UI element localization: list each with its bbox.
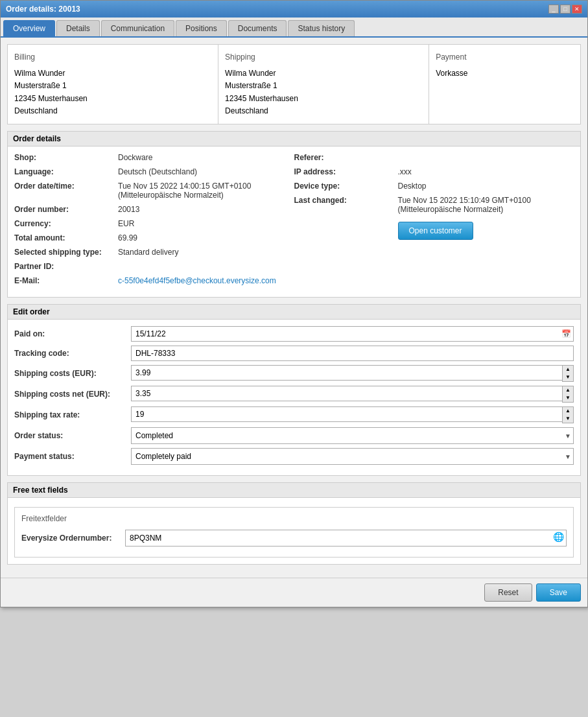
device-value: Desktop bbox=[398, 182, 427, 191]
footer: Reset Save bbox=[1, 578, 587, 607]
minimize-button[interactable]: _ bbox=[548, 5, 559, 14]
shipping-type-value: Standard delivery bbox=[118, 248, 178, 257]
payment-method: Vorkasse bbox=[436, 67, 574, 80]
referer-row: Referer: bbox=[294, 153, 574, 162]
billing-cell: Billing Wilma Wunder Musterstraße 1 1234… bbox=[8, 45, 218, 124]
shipping-tax-spinner: ▲ ▼ bbox=[131, 406, 574, 423]
shipping-costs-net-up-button[interactable]: ▲ bbox=[563, 386, 573, 394]
paid-on-label: Paid on: bbox=[14, 329, 131, 338]
shipping-zip-city: 12345 Musterhausen bbox=[225, 93, 422, 105]
shipping-costs-net-row: Shipping costs net (EUR): ▲ ▼ bbox=[14, 386, 574, 403]
order-status-select[interactable]: Completed bbox=[131, 427, 574, 444]
currency-value: EUR bbox=[118, 219, 134, 228]
order-number-value: 20013 bbox=[118, 205, 139, 214]
tab-bar: Overview Details Communication Positions… bbox=[1, 18, 587, 38]
shipping-costs-net-label: Shipping costs net (EUR): bbox=[14, 390, 131, 399]
everysize-input-wrap: 🌐 bbox=[125, 530, 567, 547]
shipping-tax-input[interactable] bbox=[131, 406, 562, 422]
language-row: Language: Deutsch (Deutschland) bbox=[14, 167, 294, 176]
order-status-label: Order status: bbox=[14, 431, 131, 440]
currency-row: Currency: EUR bbox=[14, 219, 294, 228]
order-date-row: Order date/time: Tue Nov 15 2022 14:00:1… bbox=[14, 182, 294, 200]
tab-overview[interactable]: Overview bbox=[3, 20, 55, 36]
open-customer-row: Open customer bbox=[294, 219, 574, 240]
payment-title: Payment bbox=[436, 51, 574, 64]
shipping-costs-net-down-button[interactable]: ▼ bbox=[563, 394, 573, 402]
shipping-tax-down-button[interactable]: ▼ bbox=[563, 415, 573, 423]
email-value: c-55f0e4efd4f5efbe@checkout.everysize.co… bbox=[118, 276, 276, 285]
order-status-select-wrap: Completed ▼ bbox=[131, 427, 574, 444]
paid-on-row: Paid on: 📅 bbox=[14, 326, 574, 342]
everysize-input[interactable] bbox=[125, 530, 567, 547]
payment-status-select-wrap: Completely paid ▼ bbox=[131, 448, 574, 465]
free-text-section: Free text fields Freitextfelder Everysiz… bbox=[7, 482, 581, 565]
email-row: E-Mail: c-55f0e4efd4f5efbe@checkout.ever… bbox=[14, 276, 294, 285]
shipping-tax-label: Shipping tax rate: bbox=[14, 410, 131, 419]
main-content: Billing Wilma Wunder Musterstraße 1 1234… bbox=[1, 38, 587, 578]
payment-status-row: Payment status: Completely paid ▼ bbox=[14, 448, 574, 465]
shipping-costs-net-spinner: ▲ ▼ bbox=[131, 386, 574, 403]
order-details-grid: Shop: Dockware Language: Deutsch (Deutsc… bbox=[8, 147, 580, 297]
ip-label: IP address: bbox=[294, 167, 398, 176]
edit-order-section: Edit order Paid on: 📅 Tracking code: Shi… bbox=[7, 304, 581, 476]
edit-order-grid: Paid on: 📅 Tracking code: Shipping costs… bbox=[8, 320, 580, 475]
billing-name: Wilma Wunder bbox=[14, 67, 211, 80]
last-changed-label: Last changed: bbox=[294, 196, 398, 205]
order-details-section: Order details Shop: Dockware Language: D… bbox=[7, 131, 581, 298]
shipping-type-label: Selected shipping type: bbox=[14, 248, 118, 257]
device-label: Device type: bbox=[294, 182, 398, 191]
last-changed-row: Last changed: Tue Nov 15 2022 15:10:49 G… bbox=[294, 196, 574, 214]
payment-cell: Payment Vorkasse bbox=[429, 45, 580, 124]
shipping-costs-up-button[interactable]: ▲ bbox=[563, 366, 573, 373]
calendar-icon[interactable]: 📅 bbox=[559, 327, 572, 340]
everysize-label: Everysize Ordernumber: bbox=[21, 534, 125, 543]
device-row: Device type: Desktop bbox=[294, 182, 574, 191]
order-date-label: Order date/time: bbox=[14, 182, 118, 191]
reset-button[interactable]: Reset bbox=[484, 583, 532, 602]
shipping-tax-spinner-btns: ▲ ▼ bbox=[562, 406, 574, 423]
paid-on-input[interactable] bbox=[131, 326, 574, 342]
language-value: Deutsch (Deutschland) bbox=[118, 167, 197, 176]
tab-status-history[interactable]: Status history bbox=[288, 20, 355, 36]
shipping-costs-input[interactable] bbox=[131, 365, 562, 381]
total-amount-value: 69.99 bbox=[118, 233, 137, 242]
shipping-country: Deutschland bbox=[225, 105, 422, 117]
tab-communication[interactable]: Communication bbox=[101, 20, 174, 36]
address-section: Billing Wilma Wunder Musterstraße 1 1234… bbox=[7, 44, 581, 124]
shipping-costs-spinner: ▲ ▼ bbox=[131, 365, 574, 382]
partner-id-label: Partner ID: bbox=[14, 262, 118, 271]
paid-on-input-wrap: 📅 bbox=[131, 326, 574, 342]
save-button[interactable]: Save bbox=[536, 583, 581, 602]
shipping-tax-up-button[interactable]: ▲ bbox=[563, 407, 573, 415]
shipping-cell: Shipping Wilma Wunder Musterstraße 1 123… bbox=[218, 45, 429, 124]
shipping-costs-down-button[interactable]: ▼ bbox=[563, 373, 573, 381]
globe-icon: 🌐 bbox=[553, 532, 564, 542]
tab-positions[interactable]: Positions bbox=[176, 20, 227, 36]
tracking-input[interactable] bbox=[131, 346, 574, 361]
shipping-costs-net-input[interactable] bbox=[131, 386, 562, 401]
billing-country: Deutschland bbox=[14, 105, 211, 117]
freitextfelder-title: Freitextfelder bbox=[21, 514, 567, 523]
total-amount-row: Total amount: 69.99 bbox=[14, 233, 294, 242]
billing-zip-city: 12345 Musterhausen bbox=[14, 93, 211, 105]
shop-label: Shop: bbox=[14, 153, 118, 162]
window-title: Order details: 20013 bbox=[6, 5, 80, 14]
tab-documents[interactable]: Documents bbox=[228, 20, 287, 36]
billing-street: Musterstraße 1 bbox=[14, 80, 211, 92]
billing-title: Billing bbox=[14, 51, 211, 64]
order-number-row: Order number: 20013 bbox=[14, 205, 294, 214]
shipping-costs-label: Shipping costs (EUR): bbox=[14, 369, 131, 378]
payment-status-select[interactable]: Completely paid bbox=[131, 448, 574, 465]
shipping-title: Shipping bbox=[225, 51, 422, 64]
order-details-header: Order details bbox=[8, 132, 580, 147]
close-button[interactable]: ✕ bbox=[572, 5, 582, 14]
maximize-button[interactable]: □ bbox=[560, 5, 570, 14]
freitextfelder-box: Freitextfelder Everysize Ordernumber: 🌐 bbox=[14, 507, 574, 558]
ip-value: .xxx bbox=[398, 167, 412, 176]
referer-label: Referer: bbox=[294, 153, 398, 162]
tab-details[interactable]: Details bbox=[56, 20, 100, 36]
address-row: Billing Wilma Wunder Musterstraße 1 1234… bbox=[8, 45, 580, 124]
open-customer-button[interactable]: Open customer bbox=[398, 222, 473, 240]
order-status-row: Order status: Completed ▼ bbox=[14, 427, 574, 444]
free-text-content: Freitextfelder Everysize Ordernumber: 🌐 bbox=[8, 498, 580, 564]
